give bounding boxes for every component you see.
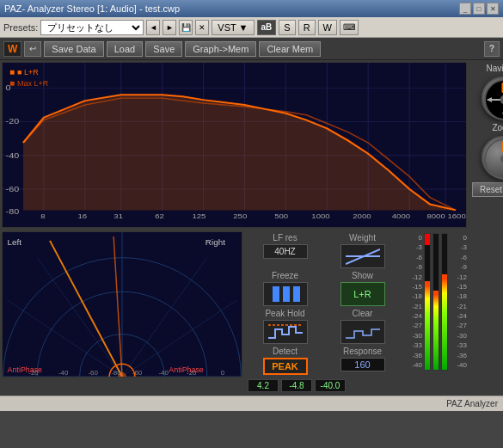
stereo-field: Left Right AntiPhase AntiPhase -20 -40 -… [2, 231, 242, 377]
window-title: PAZ- Analyzer Stereo [1: Audio] - test.c… [4, 3, 180, 14]
meter-value-1: 4.2 [248, 379, 279, 392]
svg-text:4000: 4000 [392, 212, 410, 220]
meter-values: 4.2 -4.8 -40.0 [248, 379, 400, 392]
svg-text:-60: -60 [132, 369, 143, 377]
zoom-knob[interactable] [482, 136, 503, 179]
minimize-button[interactable]: _ [459, 3, 471, 15]
title-bar-buttons: _ □ ✕ [459, 3, 499, 15]
clear-mem-button[interactable]: Clear Mem [259, 41, 321, 57]
save-data-button[interactable]: Save Data [44, 41, 103, 57]
svg-rect-62 [273, 286, 279, 302]
svg-marker-32 [23, 95, 456, 210]
preset-delete-button[interactable]: ✕ [195, 20, 209, 35]
s-button[interactable]: S [279, 20, 295, 35]
svg-text:-20: -20 [6, 117, 20, 126]
svg-text:16: 16 [77, 212, 87, 220]
svg-text:1000: 1000 [311, 212, 329, 220]
vst-button[interactable]: VST ▼ [212, 20, 254, 35]
navigate-label: Navigate [487, 64, 504, 73]
help-button[interactable]: ? [484, 41, 500, 57]
svg-text:62: 62 [155, 212, 164, 220]
detect-label: Detect [273, 347, 298, 356]
weight-label: Weight [349, 233, 376, 242]
svg-text:-60: -60 [88, 369, 98, 377]
ab-button[interactable]: aB [257, 20, 277, 35]
peak-hold-button[interactable] [263, 320, 308, 344]
controls-panel: LF res 40HZ Weight Freeze [244, 230, 403, 396]
show-button[interactable]: L+R [340, 282, 385, 306]
response-section: Response [325, 347, 400, 375]
title-bar: PAZ- Analyzer Stereo [1: Audio] - test.c… [0, 0, 503, 17]
svg-rect-64 [293, 286, 300, 302]
legend-max: Max L+R [17, 79, 48, 88]
svg-text:8000: 8000 [426, 212, 445, 220]
freeze-button[interactable] [263, 282, 308, 306]
load-button[interactable]: Load [107, 41, 143, 57]
weight-section: Weight [325, 233, 400, 268]
svg-text:Left: Left [8, 237, 22, 247]
svg-text:31: 31 [113, 212, 123, 220]
maximize-button[interactable]: □ [473, 3, 485, 15]
vu-meter-1 [424, 233, 431, 371]
svg-text:-80: -80 [111, 369, 121, 377]
status-label: PAZ Analyzer [446, 399, 498, 408]
clear-label: Clear [353, 309, 373, 318]
peak-hold-label: Peak Hold [265, 309, 304, 318]
svg-text:-80: -80 [6, 207, 20, 216]
right-panel: Navigate Zoom Reset [469, 60, 503, 396]
preset-prev-button[interactable]: ◄ [146, 20, 160, 35]
svg-text:125: 125 [192, 212, 205, 220]
meter-value-2: -4.8 [281, 379, 312, 392]
freeze-label: Freeze [272, 271, 298, 280]
vu-scale-right: 0 -3 -6 -9 -12 -15 -18 -21 -24 -27 -30 -… [450, 233, 467, 371]
graph-mem-button[interactable]: Graph->Mem [185, 41, 256, 57]
svg-text:-60: -60 [6, 185, 20, 193]
svg-text:16000: 16000 [447, 212, 466, 220]
zoom-label: Zoom [492, 123, 503, 132]
show-section: Show L+R [325, 271, 400, 306]
navigate-knob[interactable] [482, 77, 503, 120]
presets-bar: Presets: プリセットなし ◄ ► 💾 ✕ VST ▼ aB S R W … [0, 17, 503, 38]
meter-value-3: -40.0 [315, 379, 346, 392]
response-input[interactable] [340, 358, 385, 371]
toolbar: W ↩ Save Data Load Save Graph->Mem Clear… [0, 38, 503, 60]
vu-meters: 0 -3 -6 -9 -12 -15 -18 -21 -24 -27 -30 -… [403, 230, 469, 396]
left-panel: 0 -20 -40 -60 -80 8 16 31 62 125 250 500… [0, 60, 469, 396]
w-button[interactable]: W [318, 20, 337, 35]
close-button[interactable]: ✕ [487, 3, 499, 15]
legend-lr: ■ L+R [17, 68, 39, 77]
spectrum-analyzer: 0 -20 -40 -60 -80 8 16 31 62 125 250 500… [2, 62, 467, 228]
response-label: Response [343, 347, 382, 356]
svg-text:250: 250 [233, 212, 247, 220]
svg-text:8: 8 [40, 212, 45, 220]
lf-res-label: LF res [273, 233, 297, 242]
svg-text:2000: 2000 [353, 212, 371, 220]
clear-button[interactable] [340, 320, 385, 344]
svg-text:-20: -20 [28, 369, 39, 377]
presets-label: Presets: [3, 22, 38, 33]
reset-zoom-button[interactable]: Reset Zoom [472, 182, 503, 197]
svg-text:-40: -40 [6, 151, 20, 160]
lf-res-button[interactable]: 40HZ [263, 244, 308, 259]
preset-save-button[interactable]: 💾 [179, 20, 193, 35]
svg-text:-20: -20 [187, 369, 197, 377]
main-content: 0 -20 -40 -60 -80 8 16 31 62 125 250 500… [0, 60, 503, 396]
show-label: Show [352, 271, 373, 280]
bottom-section: Left Right AntiPhase AntiPhase -20 -40 -… [0, 230, 469, 396]
weight-button[interactable] [340, 244, 385, 268]
preset-next-button[interactable]: ► [163, 20, 176, 35]
vu-meter-3 [441, 233, 448, 371]
status-bar: PAZ Analyzer [0, 396, 503, 411]
svg-text:Right: Right [205, 237, 225, 247]
detect-button[interactable]: PEAK [263, 358, 308, 375]
presets-select[interactable]: プリセットなし [40, 20, 144, 35]
lf-res-section: LF res 40HZ [248, 233, 322, 268]
brand-logo: W [3, 41, 21, 57]
keyboard-button[interactable]: ⌨ [340, 20, 359, 35]
peak-hold-section: Peak Hold [248, 309, 322, 344]
detect-section: Detect PEAK [248, 347, 322, 375]
save-button[interactable]: Save [145, 41, 182, 57]
r-button[interactable]: R [298, 20, 316, 35]
svg-text:-40: -40 [158, 369, 169, 377]
undo-button[interactable]: ↩ [24, 41, 41, 57]
